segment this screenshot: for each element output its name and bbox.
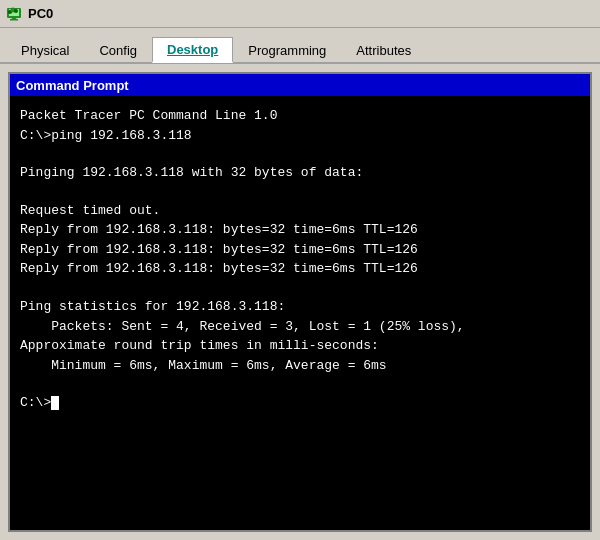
cmd-line: Reply from 192.168.3.118: bytes=32 time=…	[20, 220, 580, 240]
cmd-line: Reply from 192.168.3.118: bytes=32 time=…	[20, 259, 580, 279]
cmd-line: Ping statistics for 192.168.3.118:	[20, 297, 580, 317]
cmd-line	[20, 183, 580, 201]
cmd-line: Pinging 192.168.3.118 with 32 bytes of d…	[20, 163, 580, 183]
title-bar: PC0	[0, 0, 600, 28]
cmd-line	[20, 145, 580, 163]
command-prompt-panel: Command Prompt Packet Tracer PC Command …	[8, 72, 592, 532]
cmd-title-bar: Command Prompt	[10, 74, 590, 96]
tab-physical[interactable]: Physical	[6, 38, 84, 63]
cmd-body[interactable]: Packet Tracer PC Command Line 1.0C:\>pin…	[10, 96, 590, 530]
tab-config[interactable]: Config	[84, 38, 152, 63]
cmd-line: C:\>ping 192.168.3.118	[20, 126, 580, 146]
window-title: PC0	[28, 6, 53, 21]
tab-desktop[interactable]: Desktop	[152, 37, 233, 63]
svg-rect-3	[10, 19, 18, 21]
cmd-line	[20, 279, 580, 297]
cmd-line: Packets: Sent = 4, Received = 3, Lost = …	[20, 317, 580, 337]
tab-attributes[interactable]: Attributes	[341, 38, 426, 63]
cmd-line: Approximate round trip times in milli-se…	[20, 336, 580, 356]
cmd-line: Packet Tracer PC Command Line 1.0	[20, 106, 580, 126]
cmd-cursor	[51, 396, 59, 410]
main-content: Command Prompt Packet Tracer PC Command …	[0, 64, 600, 540]
cmd-line: Minimum = 6ms, Maximum = 6ms, Average = …	[20, 356, 580, 376]
tab-programming[interactable]: Programming	[233, 38, 341, 63]
pc-icon	[6, 6, 22, 22]
cmd-title-text: Command Prompt	[16, 78, 129, 93]
svg-point-6	[14, 9, 18, 13]
cmd-line: Reply from 192.168.3.118: bytes=32 time=…	[20, 240, 580, 260]
cmd-line: Request timed out.	[20, 201, 580, 221]
cmd-line: C:\>	[20, 393, 580, 413]
tab-bar: Physical Config Desktop Programming Attr…	[0, 28, 600, 64]
cmd-line	[20, 375, 580, 393]
